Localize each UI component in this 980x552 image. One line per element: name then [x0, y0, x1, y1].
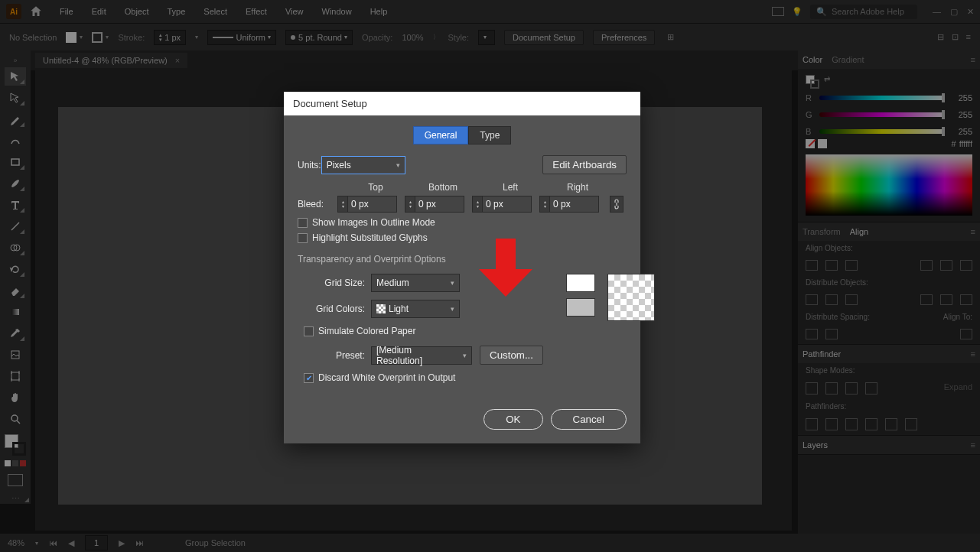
dist-space-v[interactable] [806, 329, 818, 339]
panel-menu-icon[interactable]: ≡ [966, 32, 971, 42]
lightbulb-icon[interactable]: 💡 [792, 7, 803, 17]
expand-button[interactable]: Expand [944, 382, 972, 395]
align-left[interactable] [806, 260, 818, 271]
align-hcenter[interactable] [825, 260, 838, 271]
unite[interactable] [806, 382, 818, 395]
dist-right[interactable] [960, 294, 972, 305]
zoom-level[interactable]: 48% [8, 538, 24, 547]
screen-mode[interactable] [8, 474, 23, 486]
dist-left[interactable] [920, 294, 933, 305]
zoom-tool[interactable] [5, 410, 26, 428]
dist-hcenter[interactable] [940, 294, 952, 305]
tab-color[interactable]: Color [803, 55, 822, 64]
pf-crop[interactable] [865, 418, 877, 430]
document-tab[interactable]: Untitled-4 @ 48% (RGB/Preview) × [35, 53, 187, 68]
nav-prev[interactable]: ◀ [68, 538, 74, 548]
menu-edit[interactable]: Edit [84, 4, 114, 19]
color-spectrum[interactable] [806, 154, 972, 216]
brush-def[interactable]: 5 pt. Round ▾ [285, 30, 353, 45]
rotate-tool[interactable] [5, 260, 26, 278]
pf-outline[interactable] [885, 418, 897, 430]
grid-colors-select[interactable]: Light▾ [371, 300, 460, 318]
align-icon[interactable]: ⊞ [667, 32, 674, 42]
fill-swatch[interactable] [66, 32, 77, 43]
align-top[interactable] [920, 260, 933, 271]
exclude[interactable] [865, 382, 877, 395]
direct-selection-tool[interactable] [5, 89, 26, 107]
bleed-right[interactable]: ▴▾ [539, 196, 602, 213]
pf-merge[interactable] [845, 418, 858, 430]
r-value[interactable]: 255 [951, 93, 972, 102]
curvature-tool[interactable] [5, 132, 26, 150]
grid-color-light[interactable] [566, 274, 595, 292]
type-tool[interactable] [5, 196, 26, 214]
menu-effect[interactable]: Effect [238, 4, 275, 19]
edit-artboards-button[interactable]: Edit Artboards [542, 155, 627, 174]
toolbar-icon-2[interactable]: ⊡ [952, 32, 959, 42]
artboard-nav[interactable]: 1 [85, 535, 108, 550]
nav-next[interactable]: ▶ [119, 538, 125, 548]
dist-vcenter[interactable] [825, 294, 838, 305]
color-mode-swatches[interactable] [5, 460, 26, 466]
shape-builder-tool[interactable] [5, 239, 26, 257]
edit-toolbar[interactable]: ⋯ [11, 494, 20, 504]
menu-view[interactable]: View [278, 4, 311, 19]
pf-divide[interactable] [806, 418, 818, 430]
hex-value[interactable]: ffffff [959, 139, 972, 148]
pen-tool[interactable] [5, 110, 26, 128]
pf-minusback[interactable] [905, 418, 917, 430]
tab-gradient[interactable]: Gradient [832, 55, 864, 64]
tab-type[interactable]: Type [468, 126, 511, 144]
g-slider[interactable] [819, 112, 945, 117]
eraser-tool[interactable] [5, 281, 26, 300]
menu-file[interactable]: File [52, 4, 81, 19]
panel-menu-icon[interactable]: ≡ [971, 440, 975, 450]
ok-button[interactable]: OK [483, 409, 542, 430]
cancel-button[interactable]: Cancel [551, 409, 627, 430]
close-icon[interactable]: × [175, 56, 180, 65]
align-right[interactable] [845, 260, 858, 271]
chk-discard-overprint[interactable]: ✔ [304, 373, 314, 383]
bleed-bottom[interactable]: ▴▾ [405, 196, 467, 213]
hand-tool[interactable] [5, 388, 26, 407]
window-close[interactable]: ✕ [967, 7, 974, 17]
menu-help[interactable]: Help [363, 4, 396, 19]
style-dropdown[interactable]: ▾ [478, 30, 495, 45]
chk-glyphs[interactable] [298, 233, 308, 243]
dist-space-h[interactable] [825, 329, 838, 339]
swap-fill-stroke-icon[interactable]: ⇄ [824, 75, 830, 89]
home-icon[interactable] [29, 5, 43, 18]
menu-type[interactable]: Type [160, 4, 194, 19]
place-tool[interactable] [5, 346, 26, 364]
b-slider[interactable] [819, 129, 945, 134]
r-slider[interactable] [819, 96, 945, 100]
tab-transform[interactable]: Transform [803, 227, 841, 236]
paintbrush-tool[interactable] [5, 174, 26, 193]
selection-tool[interactable] [5, 67, 26, 86]
toolbar-icon-1[interactable]: ⊟ [937, 32, 944, 42]
preset-select[interactable]: [Medium Resolution]▾ [371, 346, 472, 365]
panel-menu-icon[interactable]: ≡ [971, 55, 975, 64]
fill-stroke-mini[interactable] [806, 75, 819, 89]
none-swatch[interactable] [806, 139, 815, 148]
tab-pathfinder[interactable]: Pathfinder [803, 349, 841, 359]
menu-window[interactable]: Window [314, 4, 360, 19]
grid-color-dark[interactable] [566, 298, 595, 317]
units-select[interactable]: Pixels▾ [321, 156, 405, 174]
window-maximize[interactable]: ▢ [950, 7, 958, 17]
artboard-tool[interactable] [5, 367, 26, 385]
b-value[interactable]: 255 [951, 127, 972, 136]
layout-icon[interactable] [772, 7, 784, 16]
stroke-profile[interactable]: Uniform ▾ [207, 30, 276, 45]
eyedropper-tool[interactable] [5, 324, 26, 343]
stroke-swatch[interactable] [92, 32, 103, 43]
opacity-value[interactable]: 100% [402, 33, 423, 42]
fill-stroke-control[interactable] [5, 434, 26, 456]
chk-outline-mode[interactable] [298, 218, 308, 228]
dist-bottom[interactable] [845, 294, 858, 305]
panel-menu-icon[interactable]: ≡ [971, 227, 975, 236]
tab-align[interactable]: Align [850, 227, 868, 236]
rectangle-tool[interactable] [5, 153, 26, 171]
align-to-selection[interactable] [960, 329, 972, 339]
line-tool[interactable] [5, 217, 26, 235]
